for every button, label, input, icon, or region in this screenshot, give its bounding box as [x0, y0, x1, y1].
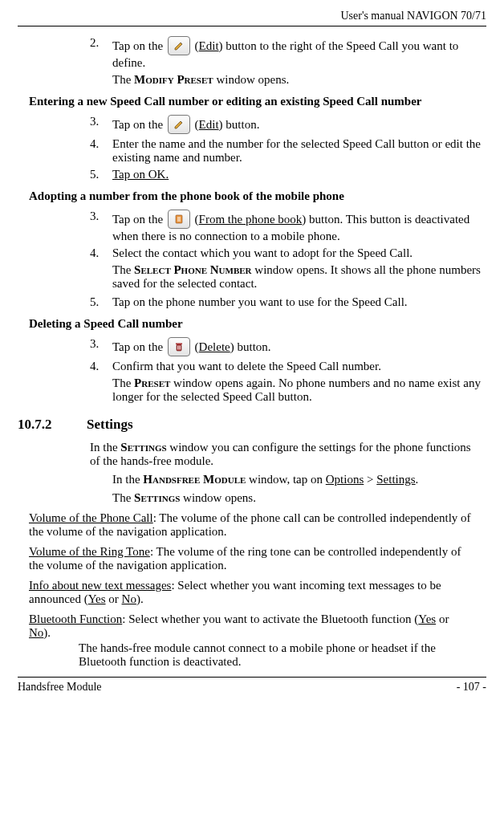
def-bluetooth-extra: The hands-free module cannot connect to …	[79, 641, 486, 669]
phonebook-icon	[168, 210, 190, 229]
settings-opens: The Settings window opens.	[112, 491, 486, 505]
footer-left: Handsfree Module	[18, 681, 102, 694]
step-number: 3.	[90, 115, 112, 134]
delete-button-label: Delete	[199, 340, 230, 353]
step-number: 4.	[90, 137, 112, 165]
heading-delete-speedcall: Deleting a Speed Call number	[29, 317, 486, 331]
header-title: User's manual NAVIGON 70/71	[340, 10, 486, 22]
step-3b: 3. Tap on the (From the phone book) butt…	[90, 210, 486, 243]
step-4c: 4. Confirm that you want to delete the S…	[90, 360, 486, 373]
step-number: 3.	[90, 210, 112, 243]
step-3a: 3. Tap on the (Edit) button.	[90, 115, 486, 134]
step-number: 5.	[90, 168, 112, 181]
step-body: Tap on the phone number you want to use …	[112, 295, 486, 309]
footer-right: - 107 -	[457, 681, 486, 694]
step-body: Tap on the (From the phone book) button.…	[112, 210, 486, 243]
step-body: Tap on the (Edit) button.	[112, 115, 486, 134]
def-bluetooth: Bluetooth Function: Select whether you w…	[29, 612, 475, 640]
def-volume-ring: Volume of the Ring Tone: The volume of t…	[29, 545, 475, 572]
step-body: Tap on OK.	[112, 168, 486, 181]
heading-enter-speedcall: Entering a new Speed Call number or edit…	[29, 95, 486, 108]
page-footer: Handsfree Module - 107 -	[18, 677, 486, 694]
settings-nav: In the Handsfree Module window, tap on O…	[112, 473, 486, 486]
step-number: 5.	[90, 295, 112, 309]
edit-icon	[168, 36, 190, 55]
section-title: Settings	[87, 417, 133, 433]
step-4b-result: The Select Phone Number window opens. It…	[112, 263, 486, 291]
step-number: 4.	[90, 360, 112, 373]
step-number: 4.	[90, 246, 112, 260]
edit-icon	[168, 115, 190, 134]
step-body: Select the contact which you want to ado…	[112, 246, 486, 260]
step-4b: 4. Select the contact which you want to …	[90, 246, 486, 260]
step-body: Enter the name and the number for the se…	[112, 137, 486, 165]
heading-adopt-phonebook: Adopting a number from the phone book of…	[29, 189, 486, 203]
section-heading: 10.7.2 Settings	[18, 417, 486, 433]
edit-button-label: Edit	[199, 39, 219, 52]
edit-button-label: Edit	[199, 118, 219, 131]
step-body: Tap on the (Edit) button to the right of…	[112, 36, 486, 70]
settings-intro: In the Settings window you can configure…	[90, 441, 486, 468]
step-number: 3.	[90, 337, 112, 356]
svg-rect-5	[176, 344, 182, 345]
step-2-result: The Modify Preset window opens.	[112, 73, 486, 87]
section-number: 10.7.2	[18, 417, 87, 433]
step-body: Confirm that you want to delete the Spee…	[112, 360, 486, 373]
step-body: Tap on the (Delete) button.	[112, 337, 486, 356]
phonebook-button-label: From the phone book	[199, 213, 303, 226]
def-text-messages: Info about new text messages: Select whe…	[29, 579, 475, 606]
page-header: User's manual NAVIGON 70/71	[18, 10, 486, 26]
step-5b: 5. Tap on the phone number you want to u…	[90, 295, 486, 309]
step-5a: 5. Tap on OK.	[90, 168, 486, 181]
step-4c-result: The Preset window opens again. No phone …	[112, 376, 486, 404]
step-number: 2.	[90, 36, 112, 70]
step-4a: 4. Enter the name and the number for the…	[90, 137, 486, 165]
step-3c: 3. Tap on the (Delete) button.	[90, 337, 486, 356]
step-2: 2. Tap on the (Edit) button to the right…	[90, 36, 486, 70]
main-content: 2. Tap on the (Edit) button to the right…	[18, 36, 486, 669]
def-volume-call: Volume of the Phone Call: The volume of …	[29, 511, 475, 539]
delete-icon	[168, 337, 190, 356]
